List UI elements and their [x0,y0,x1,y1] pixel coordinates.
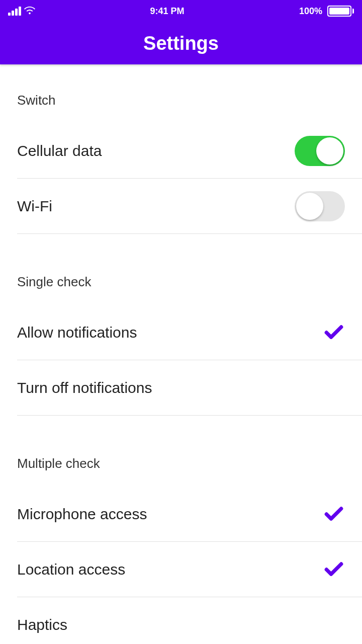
row-allow-notifications[interactable]: Allow notifications [17,305,362,360]
row-label: Allow notifications [17,324,137,341]
row-wifi[interactable]: Wi-Fi [17,179,362,234]
row-label: Location access [17,561,125,578]
checkmark-icon [323,558,345,581]
row-label: Cellular data [17,142,102,159]
battery-icon [325,6,354,17]
cellular-data-switch[interactable] [295,136,345,166]
cellular-signal-icon [8,7,21,16]
checkmark-icon [323,321,345,344]
section-header-single-check: Single check [0,274,362,305]
row-cellular-data[interactable]: Cellular data [17,123,362,179]
row-microphone-access[interactable]: Microphone access [17,487,362,542]
section-header-switch: Switch [0,93,362,123]
row-label: Wi-Fi [17,198,52,215]
battery-percentage: 100% [299,6,322,17]
row-haptics[interactable]: Haptics [17,597,362,644]
row-label: Microphone access [17,506,147,523]
page-title: Settings [143,33,219,54]
app-header: 9:41 PM 100% Settings [0,0,362,64]
status-time: 9:41 PM [150,6,184,17]
section-header-multiple-check: Multiple check [0,456,362,487]
row-label: Haptics [17,616,67,633]
wifi-switch[interactable] [295,191,345,221]
row-label: Turn off notifications [17,379,152,396]
settings-list: Switch Cellular data Wi-Fi Single check … [0,64,362,644]
status-bar: 9:41 PM 100% [0,0,362,22]
checkmark-icon [323,503,345,525]
wifi-icon [24,6,35,17]
row-turn-off-notifications[interactable]: Turn off notifications [17,360,362,416]
row-location-access[interactable]: Location access [17,542,362,597]
